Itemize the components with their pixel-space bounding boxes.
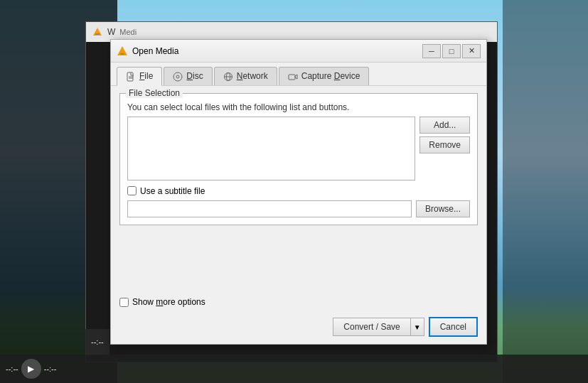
subtitle-checkbox-label[interactable]: Use a subtitle file [127, 186, 205, 196]
tab-network[interactable]: Network [214, 67, 277, 85]
close-button[interactable]: ✕ [462, 44, 481, 58]
svg-rect-14 [289, 75, 295, 80]
file-list-area: Add... Remove [127, 117, 470, 180]
add-button[interactable]: Add... [419, 117, 470, 134]
play-icon: ▶ [28, 364, 34, 374]
show-more-text: Show more options [132, 297, 205, 307]
vlc-dialog-icon [117, 45, 128, 57]
tab-disc-label: Disc [186, 71, 203, 81]
taskbar-play-button[interactable]: ▶ [21, 359, 41, 379]
vlc-window-subtitle: Medi [119, 28, 137, 36]
tab-capture[interactable]: Capture Device [279, 67, 370, 85]
subtitle-checkbox[interactable] [127, 186, 137, 195]
dialog-titlebar: Open Media ─ □ ✕ [111, 40, 486, 63]
remove-button[interactable]: Remove [419, 136, 470, 153]
group-description: You can select local files with the foll… [127, 102, 470, 112]
svg-point-9 [173, 72, 182, 81]
tab-disc[interactable]: Disc [164, 67, 212, 85]
show-more-row: Show more options [119, 297, 205, 307]
capture-tab-icon [288, 71, 298, 82]
dropdown-arrow-icon: ▼ [414, 323, 421, 331]
vlc-logo-icon [92, 26, 103, 38]
subtitle-input-row: Browse... [127, 200, 470, 217]
convert-save-group: Convert / Save ▼ [333, 318, 424, 336]
tab-network-label: Network [237, 71, 268, 81]
tab-file[interactable]: File [117, 67, 162, 86]
open-media-dialog: Open Media ─ □ ✕ File [110, 39, 487, 345]
taskbar: --:-- ▶ --:-- [0, 355, 588, 383]
tab-bar: File Disc Network [111, 63, 486, 86]
tab-capture-label: Capture Device [301, 71, 360, 81]
right-dark-overlay [503, 0, 588, 383]
svg-rect-5 [121, 53, 124, 55]
subtitle-checkbox-row: Use a subtitle file [127, 186, 470, 196]
subtitle-input[interactable] [127, 200, 412, 217]
file-tab-icon [126, 71, 136, 82]
vlc-controls-bar: --:-- [85, 329, 109, 355]
convert-save-label: Convert / Save [343, 322, 400, 332]
tab-file-label: File [139, 71, 153, 81]
titlebar-controls: ─ □ ✕ [422, 44, 481, 58]
taskbar-time-left: --:-- [6, 365, 18, 373]
taskbar-time-right: --:-- [44, 365, 57, 373]
show-more-label[interactable]: Show more options [132, 297, 205, 307]
cancel-button[interactable]: Cancel [429, 317, 478, 337]
subtitle-checkbox-text: Use a subtitle file [140, 186, 205, 196]
vlc-time-left: --:-- [91, 338, 104, 346]
dialog-footer: Convert / Save ▼ Cancel [333, 317, 478, 337]
svg-rect-2 [95, 33, 100, 35]
group-label: File Selection [126, 88, 183, 98]
file-list[interactable] [127, 117, 415, 180]
convert-save-button[interactable]: Convert / Save [333, 318, 410, 336]
minimize-button[interactable]: ─ [422, 44, 441, 58]
disc-tab-icon [173, 71, 183, 82]
convert-save-dropdown[interactable]: ▼ [411, 318, 424, 336]
network-tab-icon [223, 71, 233, 82]
maximize-button[interactable]: □ [442, 44, 461, 58]
file-action-buttons: Add... Remove [419, 117, 470, 153]
svg-point-10 [176, 75, 179, 78]
dialog-title: Open Media [132, 46, 418, 56]
vlc-window-title: W [107, 27, 115, 37]
file-selection-group: File Selection You can select local file… [119, 93, 478, 225]
show-more-checkbox[interactable] [119, 298, 129, 307]
dialog-content: File Selection You can select local file… [111, 86, 486, 238]
browse-button[interactable]: Browse... [416, 200, 470, 217]
